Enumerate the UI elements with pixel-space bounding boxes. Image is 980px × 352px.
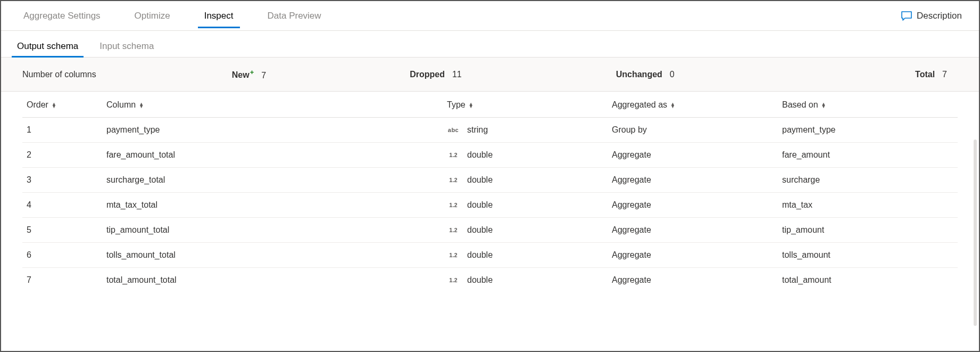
cell-column: tip_amount_total [102,218,443,243]
tab-data-preview[interactable]: Data Preview [251,4,338,28]
cell-order: 1 [22,118,102,143]
cell-based-on: fare_amount [778,143,958,168]
header-based-on[interactable]: Based on▲▼ [778,92,958,118]
type-text: string [467,125,488,135]
double-type-icon: 1.2 [447,227,460,233]
schema-table-wrap: Order▲▼ Column▲▼ Type▲▼ Aggregated as▲▼ … [1,92,979,292]
type-text: double [467,250,493,260]
primary-tabs: Aggregate Settings Optimize Inspect Data… [1,1,979,31]
stat-new: New+ 7 [232,68,266,80]
cell-based-on: tip_amount [778,218,958,243]
comment-icon [901,11,912,21]
stat-unchanged-label: Unchanged [616,70,662,79]
cell-type: 1.2double [443,268,608,293]
tab-input-schema[interactable]: Input schema [89,35,164,57]
cell-aggregated-as: Aggregate [608,243,778,268]
stat-new-value: 7 [261,71,266,80]
cell-type: 1.2double [443,193,608,218]
header-order[interactable]: Order▲▼ [22,92,102,118]
sort-icon: ▲▼ [670,103,675,108]
type-text: double [467,150,493,160]
cell-order: 5 [22,218,102,243]
stat-unchanged-value: 0 [670,70,675,79]
cell-order: 4 [22,193,102,218]
stat-unchanged: Unchanged 0 [616,70,675,79]
stat-total-value: 7 [942,70,947,79]
table-row[interactable]: 4mta_tax_total1.2doubleAggregatemta_tax [22,193,958,218]
tab-inspect[interactable]: Inspect [187,4,251,28]
cell-aggregated-as: Aggregate [608,268,778,293]
schema-tabs: Output schema Input schema [1,31,979,58]
sort-icon: ▲▼ [821,103,826,108]
table-header-row: Order▲▼ Column▲▼ Type▲▼ Aggregated as▲▼ … [22,92,958,118]
cell-order: 2 [22,143,102,168]
tab-aggregate-settings[interactable]: Aggregate Settings [6,4,118,28]
type-text: double [467,225,493,235]
sort-icon: ▲▼ [52,103,56,108]
table-row[interactable]: 5tip_amount_total1.2doubleAggregatetip_a… [22,218,958,243]
stat-dropped: Dropped 11 [410,70,462,79]
header-aggregated-as[interactable]: Aggregated as▲▼ [608,92,778,118]
cell-based-on: mta_tax [778,193,958,218]
cell-column: payment_type [102,118,443,143]
cell-order: 7 [22,268,102,293]
string-type-icon: abc [447,127,460,133]
cell-aggregated-as: Group by [608,118,778,143]
sort-icon: ▲▼ [139,103,144,108]
inspect-panel: Aggregate Settings Optimize Inspect Data… [0,0,980,352]
cell-order: 6 [22,243,102,268]
cell-based-on: payment_type [778,118,958,143]
table-row[interactable]: 3surcharge_total1.2doubleAggregatesurcha… [22,168,958,193]
cell-aggregated-as: Aggregate [608,168,778,193]
cell-order: 3 [22,168,102,193]
cell-type: 1.2double [443,243,608,268]
type-text: double [467,200,493,210]
scrollbar[interactable] [974,140,977,326]
tab-optimize[interactable]: Optimize [118,4,187,28]
description-label: Description [917,11,962,21]
stat-dropped-label: Dropped [410,70,445,79]
header-column[interactable]: Column▲▼ [102,92,443,118]
cell-column: mta_tax_total [102,193,443,218]
type-text: double [467,275,493,285]
stat-dropped-value: 11 [452,70,462,79]
table-row[interactable]: 2fare_amount_total1.2doubleAggregatefare… [22,143,958,168]
stats-title: Number of columns [22,70,96,79]
cell-based-on: tolls_amount [778,243,958,268]
cell-based-on: total_amount [778,268,958,293]
cell-type: 1.2double [443,168,608,193]
cell-based-on: surcharge [778,168,958,193]
header-type[interactable]: Type▲▼ [443,92,608,118]
double-type-icon: 1.2 [447,152,460,158]
double-type-icon: 1.2 [447,252,460,258]
cell-aggregated-as: Aggregate [608,218,778,243]
cell-column: surcharge_total [102,168,443,193]
cell-type: 1.2double [443,143,608,168]
cell-aggregated-as: Aggregate [608,143,778,168]
type-text: double [467,175,493,185]
cell-column: fare_amount_total [102,143,443,168]
double-type-icon: 1.2 [447,177,460,183]
schema-table: Order▲▼ Column▲▼ Type▲▼ Aggregated as▲▼ … [22,92,958,292]
plus-icon: + [250,68,254,76]
cell-type: 1.2double [443,218,608,243]
cell-column: tolls_amount_total [102,243,443,268]
cell-aggregated-as: Aggregate [608,193,778,218]
stat-new-label: New [232,71,250,80]
stat-total-label: Total [915,70,935,79]
stat-total: Total 7 [915,70,947,79]
description-button[interactable]: Description [896,6,974,26]
table-row[interactable]: 6tolls_amount_total1.2doubleAggregatetol… [22,243,958,268]
cell-column: total_amount_total [102,268,443,293]
sort-icon: ▲▼ [469,103,474,108]
tab-output-schema[interactable]: Output schema [6,35,89,57]
cell-type: abcstring [443,118,608,143]
double-type-icon: 1.2 [447,277,460,283]
table-row[interactable]: 1payment_typeabcstringGroup bypayment_ty… [22,118,958,143]
table-row[interactable]: 7total_amount_total1.2doubleAggregatetot… [22,268,958,293]
column-stats-bar: Number of columns New+ 7 Dropped 11 Unch… [1,58,979,92]
double-type-icon: 1.2 [447,202,460,208]
